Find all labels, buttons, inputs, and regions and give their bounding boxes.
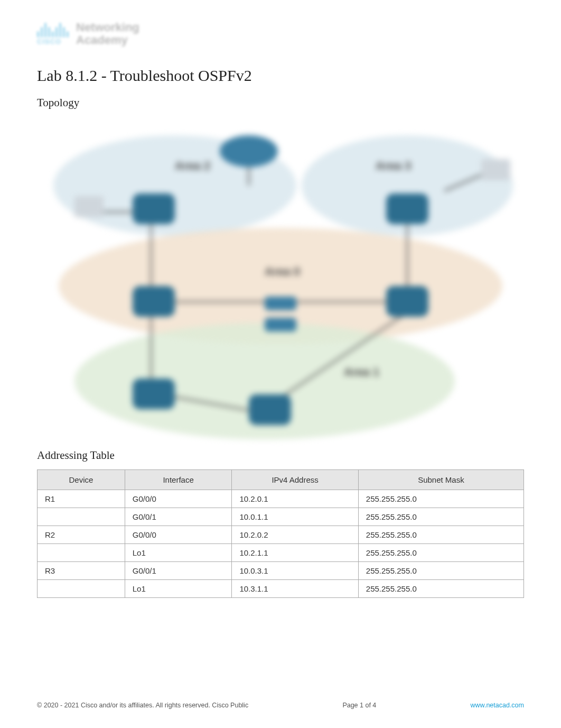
table-row: R2 G0/0/0 10.2.0.2 255.255.255.0	[38, 526, 524, 544]
cell-device	[38, 544, 125, 562]
svg-rect-15	[133, 286, 175, 317]
cell-device: R1	[38, 490, 125, 508]
table-row: R1 G0/0/0 10.2.0.1 255.255.255.0	[38, 490, 524, 508]
svg-rect-16	[386, 286, 428, 317]
cell-ip: 10.2.1.1	[232, 544, 358, 562]
cell-interface: G0/0/0	[125, 526, 232, 544]
addressing-table: Device Interface IPv4 Address Subnet Mas…	[37, 469, 524, 598]
cell-mask: 255.255.255.0	[358, 508, 523, 526]
cell-interface: G0/0/1	[125, 562, 232, 580]
th-mask: Subnet Mask	[358, 470, 523, 490]
th-device: Device	[38, 470, 125, 490]
page-title: Lab 8.1.2 - Troubleshoot OSPFv2	[37, 67, 524, 85]
cisco-logo: CISCO Networking Academy	[37, 21, 524, 47]
cell-device: R2	[38, 526, 125, 544]
cell-device	[38, 580, 125, 598]
cisco-bars-icon	[37, 23, 69, 38]
cell-ip: 10.2.0.2	[232, 526, 358, 544]
table-row: R3 G0/0/1 10.0.3.1 255.255.255.0	[38, 562, 524, 580]
svg-rect-13	[133, 193, 175, 224]
cell-interface: G0/0/0	[125, 490, 232, 508]
cell-mask: 255.255.255.0	[358, 490, 523, 508]
svg-rect-20	[265, 297, 296, 310]
cell-ip: 10.2.0.1	[232, 490, 358, 508]
svg-text:Area 3: Area 3	[376, 159, 411, 172]
svg-text:Area 1: Area 1	[344, 365, 379, 379]
svg-rect-17	[133, 379, 175, 409]
section-addressing: Addressing Table	[37, 449, 524, 462]
logo-brand: CISCO	[37, 38, 69, 45]
cell-interface: Lo1	[125, 580, 232, 598]
svg-rect-14	[386, 193, 428, 224]
svg-text:Area 2: Area 2	[175, 159, 210, 172]
svg-point-19	[220, 135, 278, 167]
cell-mask: 255.255.255.0	[358, 580, 523, 598]
footer-link[interactable]: www.netacad.com	[471, 702, 524, 709]
logo-program-line2: Academy	[76, 34, 139, 47]
topology-svg: Area 3 Area 2 Area 0 Area 1	[38, 117, 523, 445]
cell-ip: 10.0.3.1	[232, 562, 358, 580]
topology-diagram: Area 3 Area 2 Area 0 Area 1	[38, 117, 523, 445]
th-interface: Interface	[125, 470, 232, 490]
svg-rect-22	[74, 196, 104, 217]
cell-mask: 255.255.255.0	[358, 562, 523, 580]
cell-mask: 255.255.255.0	[358, 544, 523, 562]
cell-interface: G0/0/1	[125, 508, 232, 526]
footer-page: Page 1 of 4	[342, 702, 376, 709]
svg-text:Area 0: Area 0	[265, 265, 300, 278]
table-row: G0/0/1 10.0.1.1 255.255.255.0	[38, 508, 524, 526]
cell-device: R3	[38, 562, 125, 580]
cell-interface: Lo1	[125, 544, 232, 562]
svg-rect-23	[481, 159, 510, 180]
footer-copyright: 2020 - 2021 Cisco and/or its affiliates.…	[37, 702, 248, 709]
svg-rect-18	[249, 394, 291, 425]
table-row: Lo1 10.2.1.1 255.255.255.0	[38, 544, 524, 562]
cell-ip: 10.3.1.1	[232, 580, 358, 598]
table-header-row: Device Interface IPv4 Address Subnet Mas…	[38, 470, 524, 490]
cell-device	[38, 508, 125, 526]
cell-mask: 255.255.255.0	[358, 526, 523, 544]
svg-rect-21	[265, 318, 296, 331]
th-ip: IPv4 Address	[232, 470, 358, 490]
page-footer: 2020 - 2021 Cisco and/or its affiliates.…	[37, 702, 524, 709]
cell-ip: 10.0.1.1	[232, 508, 358, 526]
logo-program-line1: Networking	[76, 21, 139, 34]
section-topology: Topology	[37, 96, 524, 109]
table-row: Lo1 10.3.1.1 255.255.255.0	[38, 580, 524, 598]
